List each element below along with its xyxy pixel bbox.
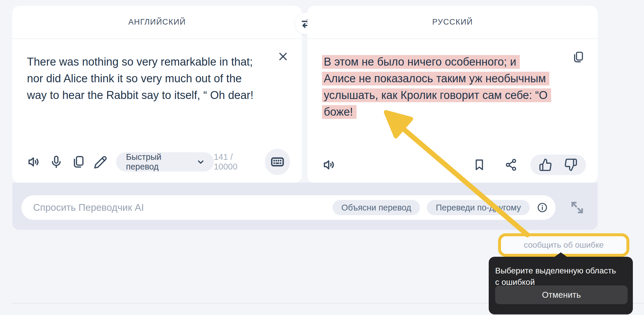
onscreen-keyboard-button[interactable]: [265, 149, 290, 175]
ai-question-input[interactable]: [33, 202, 326, 213]
edit-source-button[interactable]: [93, 154, 108, 170]
save-to-collection-button[interactable]: [471, 157, 488, 173]
chip-label: Переведи по-другому: [436, 203, 521, 213]
target-language-header[interactable]: РУССКИЙ: [307, 6, 598, 39]
chip-explain-translation[interactable]: Объясни перевод: [333, 200, 420, 215]
cancel-label: Отменить: [542, 290, 581, 300]
source-text[interactable]: There was nothing so very remarkable in …: [27, 54, 270, 104]
listen-translation-button[interactable]: [321, 157, 338, 173]
thumbs-down-icon: [564, 158, 577, 172]
char-counter: 141 / 10000: [214, 152, 257, 172]
expand-icon: [568, 198, 586, 217]
copy-source-button[interactable]: [71, 154, 86, 170]
ai-input-bar: Объясни перевод Переведи по-другому: [21, 195, 556, 220]
copy-icon: [71, 155, 86, 169]
translation-mode-selector[interactable]: Быстрый перевод: [116, 152, 214, 172]
microphone-icon: [49, 155, 63, 169]
rate-translation-group: [530, 155, 586, 175]
source-language-header[interactable]: АНГЛИЙСКИЙ: [12, 6, 302, 39]
keyboard-icon: [270, 154, 285, 170]
close-icon: [277, 51, 289, 62]
source-panel: АНГЛИЙСКИЙ There was nothing so very rem…: [12, 6, 302, 183]
thumbs-down-button[interactable]: [563, 157, 579, 173]
report-error-label: сообщить об ошибке: [524, 240, 604, 250]
tooltip-text: Выберите выделенную область с ошибкой: [489, 257, 633, 288]
tooltip-line: Выберите выделенную область: [495, 265, 626, 276]
speaker-icon: [322, 158, 337, 172]
share-button[interactable]: [503, 157, 519, 173]
pencil-icon: [93, 155, 108, 169]
translation-mode-label: Быстрый перевод: [126, 152, 193, 172]
chevron-down-icon: [196, 158, 205, 166]
ai-info-button[interactable]: [537, 202, 548, 213]
thumbs-up-button[interactable]: [537, 157, 554, 173]
copy-translation-button[interactable]: [572, 51, 585, 64]
clear-source-button[interactable]: [277, 51, 289, 62]
expand-ai-panel-button[interactable]: [566, 197, 588, 218]
target-text[interactable]: В этом не было ничего особенного; и Алис…: [322, 54, 565, 120]
copy-icon: [572, 51, 585, 64]
cancel-button[interactable]: Отменить: [495, 285, 628, 304]
chip-translate-differently[interactable]: Переведи по-другому: [427, 200, 530, 215]
dictate-button[interactable]: [48, 154, 64, 170]
listen-source-button[interactable]: [26, 154, 42, 170]
report-error-tooltip: Выберите выделенную область с ошибкой От…: [489, 257, 633, 314]
bookmark-icon: [473, 158, 486, 172]
ai-assistant-band: Объясни перевод Переведи по-другому: [12, 183, 598, 230]
target-panel: РУССКИЙ В этом не было ничего особенного…: [307, 6, 598, 183]
chip-label: Объясни перевод: [341, 203, 411, 213]
speaker-icon: [27, 155, 42, 169]
share-icon: [504, 158, 518, 172]
info-icon: [537, 202, 548, 213]
thumbs-up-icon: [539, 158, 552, 172]
highlighted-translation[interactable]: В этом не было ничего особенного; и Алис…: [322, 55, 551, 119]
